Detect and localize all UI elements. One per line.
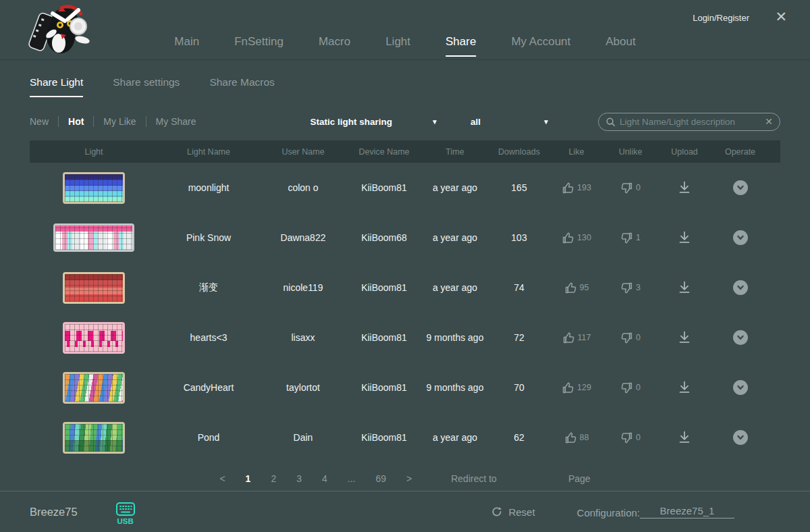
page-number-4[interactable]: 4: [322, 473, 327, 484]
login-register-link[interactable]: Login/Register: [693, 13, 749, 23]
light-thumbnail: [63, 422, 125, 454]
downloads-count: 165: [489, 182, 549, 193]
downloads-count: 74: [489, 282, 549, 293]
nav-item-macro[interactable]: Macro: [319, 35, 350, 57]
user-name: colon o: [259, 182, 347, 193]
prev-page-button[interactable]: <: [219, 473, 225, 484]
usb-connection-indicator: USB: [115, 502, 136, 525]
redirect-to-label: Redirect to: [451, 473, 497, 484]
thumbs-up-icon: [562, 381, 574, 394]
nav-item-fnsetting[interactable]: FnSetting: [234, 35, 284, 57]
page-number-1[interactable]: 1: [246, 473, 251, 484]
page-number-3[interactable]: 3: [296, 473, 302, 484]
device-name: KiiBoom81: [347, 432, 421, 443]
light-type-select[interactable]: Static light sharing ▼: [310, 117, 438, 127]
download-button[interactable]: [657, 430, 711, 445]
chevron-down-icon: ▼: [543, 118, 549, 126]
reset-label: Reset: [508, 506, 535, 518]
reset-icon: [491, 506, 503, 518]
usb-label: USB: [117, 517, 134, 525]
like-button[interactable]: 129: [549, 381, 603, 394]
sort-tab-my-share[interactable]: My Share: [146, 116, 206, 127]
page-number-69[interactable]: 69: [375, 473, 386, 484]
search-input[interactable]: [620, 117, 761, 127]
device-name: KiiBoom81: [347, 332, 421, 343]
col-user-name: User Name: [259, 147, 347, 157]
nav-item-my-account[interactable]: My Account: [511, 35, 570, 57]
nav-item-light[interactable]: Light: [385, 35, 410, 57]
clear-search-icon[interactable]: ✕: [765, 116, 773, 127]
download-button[interactable]: [657, 230, 711, 245]
nav-item-about[interactable]: About: [605, 35, 635, 57]
light-name: hearts<3: [158, 332, 259, 343]
like-button[interactable]: 95: [549, 282, 603, 294]
redirect-page-input[interactable]: [517, 473, 548, 484]
configuration-name-input[interactable]: [640, 505, 734, 518]
nav-item-main[interactable]: Main: [174, 35, 199, 57]
download-button[interactable]: [657, 330, 711, 345]
sort-tab-new[interactable]: New: [30, 116, 58, 127]
thumbs-up-icon: [562, 232, 574, 244]
device-name: KiiBoom81: [347, 282, 421, 293]
thumbs-down-icon: [620, 182, 633, 194]
col-like: Like: [549, 147, 603, 157]
unlike-button[interactable]: 0: [603, 331, 657, 344]
unlike-button[interactable]: 1: [603, 232, 657, 244]
like-button[interactable]: 130: [549, 232, 603, 244]
light-thumbnail: [63, 272, 125, 304]
expand-row-button[interactable]: [733, 180, 748, 195]
unlike-button[interactable]: 0: [603, 431, 657, 444]
light-name: 渐变: [158, 282, 259, 294]
search-box[interactable]: ✕: [598, 113, 780, 131]
close-icon[interactable]: ✕: [775, 9, 787, 24]
like-button[interactable]: 117: [549, 331, 603, 344]
sort-tab-hot[interactable]: Hot: [59, 116, 93, 127]
device-select[interactable]: all ▼: [470, 117, 549, 127]
table-row: hearts<3 lisaxx KiiBoom81 9 months ago 7…: [30, 313, 780, 363]
configuration-label: Configuration:: [577, 507, 640, 518]
expand-row-button[interactable]: [733, 230, 748, 245]
tab-share-settings[interactable]: Share settings: [113, 76, 180, 97]
like-button[interactable]: 88: [549, 431, 603, 444]
page-number-2[interactable]: 2: [271, 473, 276, 484]
chevron-down-icon: [736, 334, 745, 342]
light-name: Pond: [158, 432, 259, 443]
tab-share-light[interactable]: Share Light: [30, 76, 83, 97]
next-page-button[interactable]: >: [406, 473, 412, 484]
download-button[interactable]: [657, 180, 711, 195]
keyboard-icon: [115, 502, 136, 516]
chevron-down-icon: [736, 184, 745, 192]
col-device-name: Device Name: [347, 147, 421, 157]
table-row: moonlight colon o KiiBoom81 a year ago 1…: [30, 163, 780, 213]
chevron-down-icon: [736, 284, 745, 292]
unlike-button[interactable]: 0: [603, 381, 657, 394]
search-icon: [605, 117, 616, 127]
thumbs-down-icon: [620, 282, 633, 294]
filter-selects: Static light sharing ▼ all ▼: [310, 117, 549, 127]
unlike-button[interactable]: 0: [603, 182, 657, 194]
thumbs-up-icon: [562, 182, 574, 194]
download-button[interactable]: [657, 280, 711, 295]
expand-row-button[interactable]: [733, 330, 748, 345]
expand-row-button[interactable]: [733, 430, 748, 445]
chevron-down-icon: [736, 234, 745, 242]
download-button[interactable]: [657, 380, 711, 395]
time: 9 months ago: [421, 332, 489, 343]
download-icon: [677, 330, 692, 345]
col-time: Time: [421, 147, 489, 157]
unlike-button[interactable]: 3: [603, 282, 657, 294]
nav-item-share[interactable]: Share: [446, 35, 476, 57]
tab-share-macros[interactable]: Share Macros: [209, 76, 274, 97]
table-header: Light Light Name User Name Device Name T…: [30, 140, 780, 163]
light-name: Pink Snow: [158, 232, 259, 243]
expand-row-button[interactable]: [733, 380, 748, 395]
like-count: 193: [577, 183, 591, 192]
sort-tab-my-like[interactable]: My Like: [94, 116, 145, 127]
user-name: Dawna822: [259, 232, 347, 243]
like-button[interactable]: 193: [549, 182, 603, 194]
reset-button[interactable]: Reset: [491, 506, 535, 518]
like-count: 130: [577, 233, 591, 242]
expand-row-button[interactable]: [733, 280, 748, 295]
kiiboom-mascot-logo: [28, 3, 90, 58]
device-name: KiiBoom81: [347, 182, 421, 193]
